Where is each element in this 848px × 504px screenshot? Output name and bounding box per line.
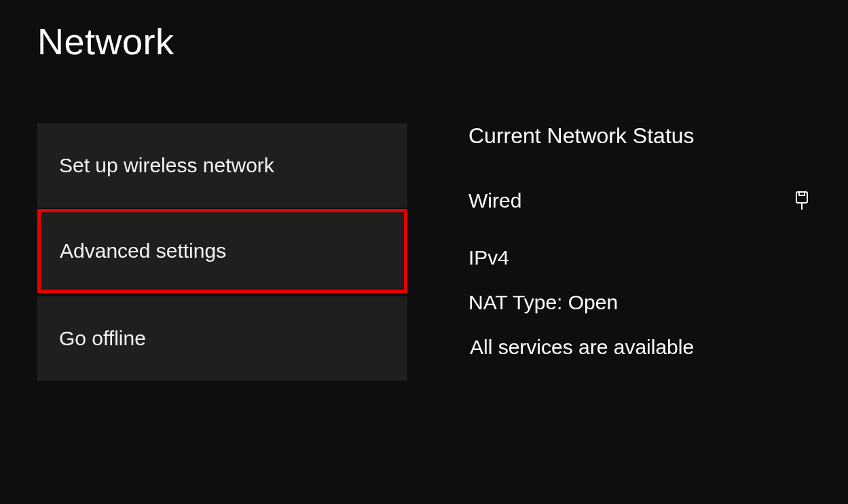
page-title: Network (37, 20, 811, 62)
menu-item-label: Go offline (59, 327, 146, 350)
menu-item-label: Advanced settings (60, 239, 226, 263)
content-area: Set up wireless network Advanced setting… (37, 123, 811, 382)
svg-rect-1 (799, 192, 805, 195)
menu-item-label: Set up wireless network (59, 154, 274, 177)
ethernet-icon (794, 191, 809, 211)
menu-item-setup-wireless[interactable]: Set up wireless network (37, 123, 407, 208)
network-status-panel: Current Network Status Wired (407, 123, 811, 359)
status-line-ipv: IPv4 (468, 246, 811, 269)
connection-type-label: Wired (468, 189, 521, 212)
menu-item-advanced-settings[interactable]: Advanced settings (37, 209, 407, 293)
menu-item-go-offline[interactable]: Go offline (37, 296, 407, 381)
status-heading: Current Network Status (468, 123, 811, 149)
network-menu: Set up wireless network Advanced setting… (37, 123, 407, 382)
connection-row: Wired (468, 189, 811, 212)
svg-rect-0 (796, 192, 807, 203)
status-services-message: All services are available (468, 336, 811, 359)
status-line-nat: NAT Type: Open (468, 291, 811, 314)
